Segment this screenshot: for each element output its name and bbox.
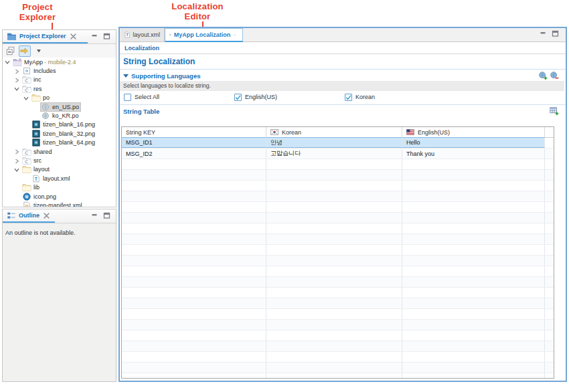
tree-expander[interactable] — [13, 157, 22, 164]
outline-tabbar: Outline — [3, 209, 116, 223]
cell-korean — [266, 309, 402, 319]
collapse-all-button[interactable] — [5, 45, 17, 57]
tree-item-content: po — [31, 94, 51, 102]
maximize-icon[interactable] — [103, 212, 110, 219]
collapsed-icon[interactable] — [13, 68, 20, 75]
minimize-icon[interactable] — [91, 212, 98, 219]
tree-item-suffix: - mobile-2.4 — [44, 59, 76, 66]
tree-expander — [23, 121, 31, 128]
cell-filler — [545, 191, 554, 201]
cell-string-key — [122, 288, 266, 298]
tab-project-explorer[interactable]: Project Explorer — [3, 30, 88, 43]
tree-item-tizen-blank-32-png[interactable]: tizen_blank_32.png — [3, 129, 116, 138]
folder-plain-icon — [22, 165, 31, 173]
minimize-icon[interactable] — [91, 33, 98, 39]
checkbox-box[interactable] — [124, 94, 131, 101]
table-row-empty — [122, 256, 554, 266]
tree-expander — [23, 175, 31, 182]
tree-item-content: Tlayout.xml — [31, 175, 72, 183]
tree-item-icon-slot: T — [31, 175, 42, 183]
globe-icon — [169, 30, 171, 39]
tab-outline[interactable]: Outline — [3, 209, 55, 223]
tree-expander[interactable] — [23, 94, 31, 101]
tree-expander[interactable] — [13, 166, 22, 173]
maximize-icon[interactable] — [103, 33, 110, 39]
breadcrumb: Localization — [120, 45, 159, 52]
expanded-icon[interactable] — [23, 95, 29, 102]
view-menu-button[interactable] — [33, 45, 45, 57]
tree-item-tizen-blank-64-png[interactable]: tizen_blank_64.png — [3, 138, 116, 147]
close-icon[interactable] — [70, 33, 76, 39]
tree-indent — [3, 205, 13, 205]
editor-tab-layout-xml[interactable]: Tlayout.xml — [120, 28, 165, 41]
tree-item-po[interactable]: po — [3, 94, 116, 102]
tree-item-label: icon.png — [32, 193, 58, 200]
tree-expander — [32, 104, 41, 110]
project-explorer-toolbar — [3, 44, 116, 58]
checkbox-korean[interactable]: Korean — [345, 92, 375, 102]
checkbox-english-us[interactable]: English(US) — [234, 92, 277, 102]
remove-language-icon[interactable] — [550, 71, 559, 80]
tree-item-label: tizen_blank_32.png — [42, 130, 96, 137]
string-table-header: String Table — [120, 106, 566, 116]
checkbox-box[interactable] — [345, 94, 352, 101]
checkbox-select-all[interactable]: Select All — [124, 92, 159, 102]
tree-item-src[interactable]: src — [3, 156, 116, 165]
tree-item-res[interactable]: res — [3, 84, 116, 93]
annotation-line-1: Localization — [163, 1, 232, 11]
cell-string-key — [122, 373, 266, 379]
tree-item-shared[interactable]: shared — [3, 147, 116, 156]
link-with-editor-button[interactable] — [19, 45, 31, 57]
section-collapse-icon[interactable] — [123, 73, 129, 78]
outline-message: An outline is not available. — [3, 223, 116, 381]
tree-item-includes[interactable]: Includes — [3, 66, 116, 75]
expanded-icon[interactable] — [4, 59, 11, 66]
tree-item-content: tizen_blank_16.png — [31, 120, 96, 128]
table-row-empty — [122, 191, 554, 202]
cell-korean — [266, 320, 402, 330]
editor-tab-myapp-localization[interactable]: MyApp Localization — [165, 28, 243, 42]
column-header-english-us[interactable]: English(US) — [402, 127, 545, 137]
close-icon[interactable] — [234, 32, 236, 38]
tree-indent — [3, 142, 23, 143]
tree-expander[interactable] — [13, 149, 22, 155]
column-header-string-key[interactable]: String KEY — [122, 127, 266, 137]
tree-expander[interactable] — [13, 68, 22, 74]
tree-item-layout-xml[interactable]: Tlayout.xml — [3, 174, 116, 183]
collapsed-icon[interactable] — [13, 158, 20, 165]
cell-english — [402, 352, 545, 362]
supporting-languages-header[interactable]: Supporting Languages — [120, 71, 566, 80]
add-string-key-icon[interactable] — [550, 106, 559, 116]
tree-expander[interactable] — [13, 86, 22, 92]
add-language-icon[interactable] — [538, 71, 548, 80]
tree-item-tizen-manifest-xml[interactable]: tizen-manifest.xml — [3, 201, 116, 207]
tree-item-icon-png[interactable]: icon.png — [3, 192, 116, 201]
tree-item-lib[interactable]: lib — [3, 183, 116, 191]
column-header-korean[interactable]: Korean — [266, 127, 402, 137]
expanded-icon[interactable] — [13, 167, 20, 173]
tree-item-layout[interactable]: layout — [3, 165, 116, 174]
table-row-msg-id1[interactable]: MSG_ID1안녕Hello — [122, 138, 554, 149]
tree-item-en-us-po[interactable]: en_US.po — [3, 102, 116, 111]
tree-expander[interactable] — [13, 76, 22, 83]
includes-icon — [22, 67, 31, 75]
collapsed-icon[interactable] — [13, 149, 20, 155]
project-explorer-panel: Project Explorer MyApp - mobile-2.4Inclu… — [2, 29, 116, 207]
tree-item-ko-kr-po[interactable]: ko_KR.po — [3, 111, 116, 120]
page-title: String Localization — [123, 57, 195, 66]
expanded-icon[interactable] — [13, 86, 20, 92]
tree-item-inc[interactable]: inc — [3, 76, 116, 84]
table-row-empty — [122, 298, 554, 309]
close-icon[interactable] — [44, 213, 50, 219]
collapse-all-icon — [6, 46, 15, 56]
cell-string-key: MSG_ID1 — [122, 137, 266, 148]
minimize-icon[interactable] — [540, 30, 547, 37]
collapsed-icon[interactable] — [13, 77, 20, 84]
tree-expander[interactable] — [4, 59, 13, 66]
tree-item-tizen-blank-16-png[interactable]: tizen_blank_16.png — [3, 120, 116, 129]
outline-icon — [7, 211, 16, 220]
maximize-icon[interactable] — [552, 30, 559, 37]
table-row-msg-id2[interactable]: MSG_ID2고맙습니다Thank you — [122, 149, 554, 159]
checkbox-box[interactable] — [234, 94, 242, 101]
tree-item-myapp[interactable]: MyApp - mobile-2.4 — [3, 58, 116, 66]
